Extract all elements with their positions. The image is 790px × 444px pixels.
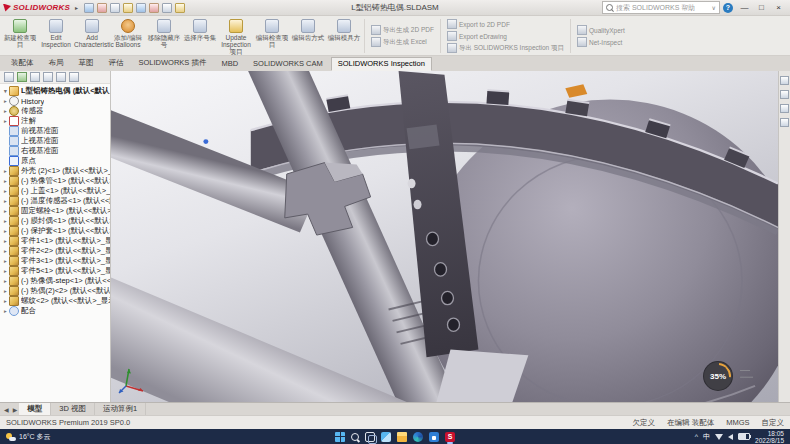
tree-expand-arrow-icon[interactable]: ▸ — [2, 288, 9, 294]
maximize-button[interactable]: □ — [753, 1, 770, 14]
tree-item[interactable]: ▸ 外壳 (2)<1> (默认<<默认>_显示状态-1) — [2, 166, 110, 176]
document-tab[interactable]: 3D 视图 — [51, 403, 95, 415]
taskbar-app-icon[interactable] — [381, 432, 391, 442]
task-pane-icon[interactable] — [780, 118, 789, 127]
tree-item[interactable]: ▸ (-) 膜封偶<1> (默认<<默认>_显示状态-1) — [2, 216, 110, 226]
3d-model-canvas[interactable] — [111, 71, 778, 402]
tree-item[interactable]: ▾ L型铝铸热电偶 (默认<默认_显示状态-1>) — [2, 86, 110, 96]
tree-expand-arrow-icon[interactable]: ▸ — [2, 308, 9, 314]
panel-tab-icon[interactable] — [30, 72, 40, 82]
tree-expand-arrow-icon[interactable]: ▸ — [2, 218, 9, 224]
tree-item[interactable]: ▸ 传感器 — [2, 106, 110, 116]
taskbar-app-icon[interactable] — [365, 432, 375, 442]
volume-icon[interactable] — [728, 434, 733, 440]
ribbon-button[interactable]: 编辑检查项目 — [254, 17, 290, 55]
tree-item[interactable]: ▸ (-) 热像管<1> (默认<<默认>_显示状态-1) — [2, 176, 110, 186]
qat-button[interactable] — [122, 2, 133, 13]
taskbar-app-icon[interactable] — [351, 433, 359, 441]
tree-item[interactable]: ▸ 零件2<2> (默认<<默认>_显示状态-1) — [2, 246, 110, 256]
clock[interactable]: 18:05 2022/8/15 — [755, 430, 784, 444]
ribbon-button[interactable]: 新建检查项目 — [2, 17, 38, 55]
help-search-box[interactable]: 搜索 SOLIDWORKS 帮助 ∨ — [602, 1, 720, 14]
tree-item[interactable]: ▸ History — [2, 96, 110, 106]
command-tab[interactable]: 评估 — [102, 56, 131, 71]
export-button[interactable]: Export to 2D PDF — [447, 19, 564, 29]
panel-tab-icon[interactable] — [17, 72, 27, 82]
ribbon-button[interactable]: 移除隐藏序号 — [146, 17, 182, 55]
qat-button[interactable] — [161, 2, 172, 13]
tree-item[interactable]: ▸ (-) 温度传感器<1> (默认<<默认>_显示状态-1) — [2, 196, 110, 206]
tab-scroll-left-icon[interactable]: ◀ — [2, 406, 11, 413]
panel-tab-icon[interactable] — [4, 72, 14, 82]
task-pane-icon[interactable] — [780, 90, 789, 99]
ime-indicator[interactable]: 中 — [703, 432, 710, 442]
task-pane-icon[interactable] — [780, 104, 789, 113]
tree-item[interactable]: ▸ 零件1<1> (默认<<默认>_显示状态-1) — [2, 236, 110, 246]
wifi-icon[interactable] — [715, 434, 723, 440]
tree-expand-arrow-icon[interactable]: ▸ — [2, 298, 9, 304]
export-button[interactable]: Net-Inspect — [577, 37, 625, 47]
tree-expand-arrow-icon[interactable]: ▾ — [2, 88, 9, 94]
ribbon-button[interactable]: Update Inspection 项目 — [218, 17, 254, 55]
qat-button[interactable] — [148, 2, 159, 13]
command-tab[interactable]: 布局 — [42, 56, 71, 71]
qat-button[interactable] — [109, 2, 120, 13]
tree-expand-arrow-icon[interactable]: ▸ — [2, 208, 9, 214]
tree-expand-arrow-icon[interactable]: ▸ — [2, 178, 9, 184]
menu-expand-arrow-icon[interactable]: ▸ — [73, 4, 80, 11]
command-tab[interactable]: MBD — [214, 57, 245, 71]
hidden-icons-chevron[interactable]: ^ — [695, 433, 698, 440]
tab-scroll-right-icon[interactable]: ▶ — [11, 406, 20, 413]
panel-tab-icon[interactable] — [69, 72, 79, 82]
tree-expand-arrow-icon[interactable]: ▸ — [2, 238, 9, 244]
taskbar-app-icon[interactable] — [445, 432, 455, 442]
qat-button[interactable] — [83, 2, 94, 13]
export-button[interactable]: 导出生成 2D PDF — [371, 25, 434, 35]
tree-item[interactable]: 右视基准面 — [2, 146, 110, 156]
taskbar-app-icon[interactable] — [413, 432, 423, 442]
tree-expand-arrow-icon[interactable]: ▸ — [2, 98, 9, 104]
tree-expand-arrow-icon[interactable]: ▸ — [2, 198, 9, 204]
ribbon-button[interactable]: 添加/编辑 Balloons — [110, 17, 146, 55]
command-tab[interactable]: 草图 — [72, 56, 101, 71]
export-button[interactable]: QualityXpert — [577, 25, 625, 35]
tree-expand-arrow-icon[interactable]: ▸ — [2, 118, 9, 124]
tree-item[interactable]: ▸ 螺纹<2> (默认<<默认>_显示状态-1) — [2, 296, 110, 306]
taskbar-app-icon[interactable] — [335, 432, 345, 442]
qat-button[interactable] — [174, 2, 185, 13]
panel-tab-icon[interactable] — [56, 72, 66, 82]
command-tab[interactable]: SOLIDWORKS 插件 — [132, 56, 214, 71]
taskbar-app-icon[interactable] — [429, 432, 439, 442]
tree-expand-arrow-icon[interactable]: ▸ — [2, 228, 9, 234]
export-button[interactable]: Export eDrawing — [447, 31, 564, 41]
tree-expand-arrow-icon[interactable]: ▸ — [2, 278, 9, 284]
graphics-viewport[interactable]: 35% — [111, 71, 778, 402]
command-tab[interactable]: 装配体 — [4, 56, 41, 71]
battery-icon[interactable] — [738, 433, 750, 440]
minimize-button[interactable]: — — [736, 1, 753, 14]
tree-expand-arrow-icon[interactable]: ▸ — [2, 248, 9, 254]
tree-expand-arrow-icon[interactable]: ▸ — [2, 258, 9, 264]
export-button[interactable]: 导出 SOLIDWORKS Inspection 项目 — [447, 43, 564, 53]
tree-item[interactable]: ▸ 零件3<1> (默认<<默认>_显示状态-1) — [2, 256, 110, 266]
ribbon-button[interactable]: Edit Inspection — [38, 17, 74, 55]
tree-item[interactable]: 原点 — [2, 156, 110, 166]
qat-button[interactable] — [135, 2, 146, 13]
export-button[interactable]: 导出生成 Excel — [371, 37, 434, 47]
weather-widget[interactable]: 16°C 多云 — [6, 432, 51, 442]
qat-button[interactable] — [96, 2, 107, 13]
tree-item[interactable]: ▸ 固定螺栓<1> (默认<<默认>_显示状态-1) — [2, 206, 110, 216]
task-pane-icon[interactable] — [780, 76, 789, 85]
tree-expand-arrow-icon[interactable]: ▸ — [2, 268, 9, 274]
tree-expand-arrow-icon[interactable]: ▸ — [2, 188, 9, 194]
tree-item[interactable]: 前视基准面 — [2, 126, 110, 136]
tree-item[interactable]: ▸ (-) 上盖<1> (默认<<默认>_显示状态-1) — [2, 186, 110, 196]
tree-item[interactable]: ▸ 配合 — [2, 306, 110, 316]
tree-item[interactable]: ▸ (-) 保护套<1> (默认<<默认>_显示状态-1) — [2, 226, 110, 236]
tree-item[interactable]: ▸ (-) 热像偶-step<1> (默认<<默认>_显示状态-1) — [2, 276, 110, 286]
tree-item[interactable]: ▸ 零件5<1> (默认<<默认>_显示状态-1) — [2, 266, 110, 276]
command-tab[interactable]: SOLIDWORKS Inspection — [331, 57, 432, 71]
ribbon-button[interactable]: 编辑齿方式 — [290, 17, 326, 55]
ribbon-button[interactable]: 编辑模具方 — [326, 17, 362, 55]
tree-expand-arrow-icon[interactable]: ▸ — [2, 168, 9, 174]
